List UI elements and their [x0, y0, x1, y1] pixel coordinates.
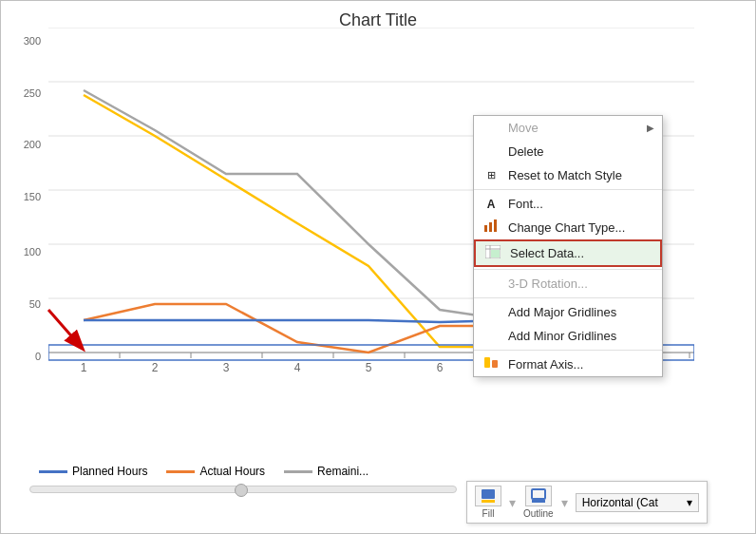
svg-text:1: 1 — [81, 361, 87, 374]
menu-item-delete[interactable]: Delete — [474, 140, 662, 163]
axis-dropdown-chevron[interactable]: ▾ — [687, 496, 692, 509]
reset-icon: ⊞ — [482, 169, 501, 181]
svg-rect-37 — [492, 360, 498, 368]
legend: Planned Hours Actual Hours Remaini... — [39, 465, 369, 478]
menu-item-3d-rotation-label: 3-D Rotation... — [508, 277, 588, 291]
y-label-250: 250 — [24, 87, 41, 99]
menu-item-move[interactable]: Move ▶ — [474, 116, 662, 140]
legend-line-planned — [39, 470, 67, 473]
toolbar-dropdown-arrow-outline[interactable]: ▾ — [561, 495, 568, 510]
svg-rect-31 — [494, 219, 497, 232]
menu-item-reset-label: Reset to Match Style — [508, 168, 622, 182]
svg-rect-30 — [489, 222, 492, 232]
menu-separator-2 — [474, 269, 662, 270]
menu-item-minor-gridlines[interactable]: Add Minor Gridlines — [474, 324, 662, 348]
red-arrow-annotation — [39, 305, 96, 361]
svg-text:4: 4 — [294, 361, 301, 374]
chart-type-icon — [482, 219, 501, 236]
chart-title: Chart Title — [1, 1, 755, 30]
menu-item-move-label: Move — [508, 121, 539, 135]
menu-item-select-data-label: Select Data... — [510, 246, 584, 260]
svg-text:2: 2 — [152, 361, 159, 374]
context-menu: Move ▶ Delete ⊞ Reset to Match Style A F… — [473, 115, 663, 377]
font-icon: A — [482, 198, 501, 211]
svg-text:3: 3 — [223, 361, 230, 374]
y-label-100: 100 — [24, 246, 41, 257]
svg-rect-41 — [532, 500, 545, 503]
legend-label-remaining: Remaini... — [317, 465, 369, 478]
menu-item-reset[interactable]: ⊞ Reset to Match Style — [474, 163, 662, 187]
menu-item-delete-label: Delete — [508, 144, 544, 159]
menu-item-font[interactable]: A Font... — [474, 192, 662, 216]
svg-rect-38 — [482, 489, 495, 499]
menu-separator-1 — [474, 189, 662, 190]
y-label-300: 300 — [24, 35, 41, 47]
select-data-icon — [483, 245, 502, 261]
svg-rect-39 — [482, 500, 495, 503]
menu-item-font-label: Font... — [508, 197, 543, 211]
menu-separator-3 — [474, 297, 662, 298]
legend-item-planned: Planned Hours — [39, 465, 147, 478]
legend-label-planned: Planned Hours — [72, 465, 147, 478]
legend-item-actual: Actual Hours — [166, 465, 265, 478]
outline-icon[interactable] — [525, 486, 552, 506]
menu-item-select-data[interactable]: Select Data... — [474, 239, 662, 267]
fill-icon[interactable] — [475, 486, 501, 506]
menu-item-minor-gridlines-label: Add Minor Gridlines — [508, 329, 616, 343]
chart-container: Chart Title 300 250 200 150 100 50 0 1 — [0, 0, 756, 534]
menu-separator-4 — [474, 350, 662, 351]
svg-rect-35 — [491, 250, 500, 257]
y-label-200: 200 — [24, 139, 41, 150]
menu-item-change-chart-type[interactable]: Change Chart Type... — [474, 216, 662, 239]
scrollbar-thumb[interactable] — [235, 484, 248, 497]
legend-label-actual: Actual Hours — [199, 465, 265, 478]
legend-item-remaining: Remaini... — [284, 465, 369, 478]
outline-button[interactable]: Outline — [523, 486, 554, 519]
menu-item-3d-rotation[interactable]: 3-D Rotation... — [474, 272, 662, 296]
horizontal-scrollbar[interactable] — [29, 486, 457, 493]
svg-line-28 — [48, 310, 82, 348]
menu-item-change-chart-type-label: Change Chart Type... — [508, 220, 625, 235]
bottom-toolbar: Fill ▾ Outline ▾ Horizontal (Cat ▾ — [466, 481, 708, 524]
legend-line-actual — [166, 470, 195, 473]
format-axis-icon — [482, 356, 501, 372]
svg-text:5: 5 — [366, 361, 372, 374]
legend-line-remaining — [284, 470, 312, 473]
fill-button[interactable]: Fill — [475, 486, 501, 519]
y-label-150: 150 — [24, 191, 41, 202]
axis-dropdown[interactable]: Horizontal (Cat ▾ — [576, 493, 699, 512]
menu-item-major-gridlines-label: Add Major Gridlines — [508, 305, 616, 319]
fill-label: Fill — [482, 508, 495, 519]
menu-item-format-axis-label: Format Axis... — [508, 357, 583, 372]
menu-item-major-gridlines[interactable]: Add Major Gridlines — [474, 300, 662, 324]
outline-label: Outline — [523, 508, 554, 519]
menu-item-format-axis[interactable]: Format Axis... — [474, 353, 662, 376]
svg-text:6: 6 — [437, 361, 444, 374]
submenu-arrow-icon: ▶ — [647, 123, 654, 133]
svg-rect-40 — [532, 489, 545, 499]
svg-rect-36 — [484, 357, 490, 368]
svg-rect-29 — [484, 225, 487, 232]
toolbar-dropdown-arrow-fill[interactable]: ▾ — [509, 495, 516, 510]
axis-dropdown-label: Horizontal (Cat — [582, 496, 658, 509]
